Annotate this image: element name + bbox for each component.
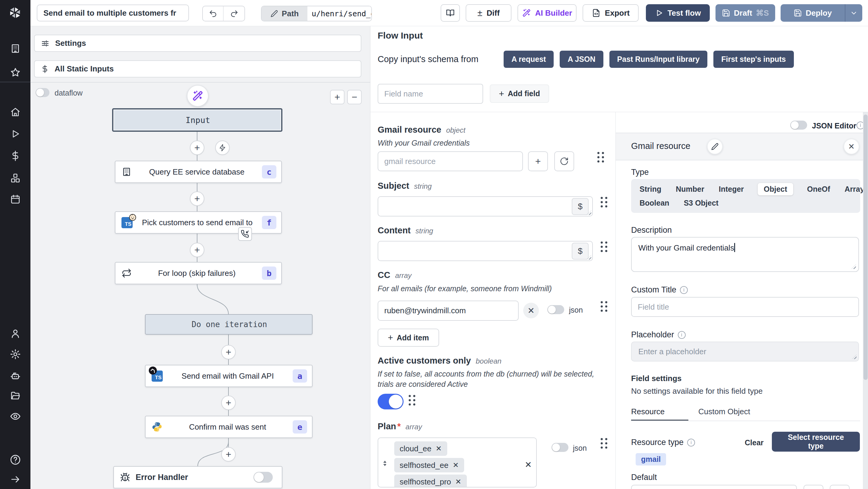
gmail-resource-input[interactable]	[378, 151, 523, 171]
type-option-array[interactable]: Array	[844, 183, 865, 195]
remove-item-button[interactable]: ✕	[523, 303, 539, 318]
flow-node-forloop[interactable]: For loop (skip failures) b	[115, 262, 282, 284]
scrollbar-thumb[interactable]	[864, 115, 868, 380]
flow-node-send-email[interactable]: TS Send email with Gmail API a	[145, 365, 313, 387]
type-option-s3object[interactable]: S3 Object	[683, 197, 719, 209]
type-option-object-selected[interactable]: Object	[758, 183, 793, 195]
settings-gear-icon[interactable]	[10, 348, 21, 360]
add-step-button[interactable]: +	[190, 141, 204, 155]
add-item-button[interactable]: + Add item	[378, 329, 439, 347]
json-editor-toggle[interactable]	[790, 121, 807, 130]
active-customers-toggle[interactable]	[378, 394, 404, 409]
tab-custom-object[interactable]: Custom Object	[698, 407, 750, 416]
flow-node-input[interactable]: Input	[112, 108, 282, 132]
plan-multiselect[interactable]: cloud_ee✕ selfhosted_ee✕ ✕ selfhosted_pr…	[378, 437, 537, 488]
add-resource-button[interactable]: +	[528, 151, 548, 171]
insert-variable-button[interactable]: $	[572, 198, 589, 215]
test-flow-button[interactable]: Test flow	[646, 4, 710, 22]
workers-robot-icon[interactable]	[10, 370, 21, 381]
runs-play-icon[interactable]	[10, 128, 21, 140]
remove-tag-icon[interactable]: ✕	[453, 461, 459, 469]
add-default-button[interactable]: +	[804, 485, 824, 489]
flow-node-iteration[interactable]: Do one iteration	[145, 314, 313, 335]
copy-from-json-button[interactable]: A JSON	[560, 51, 603, 68]
folders-icon[interactable]	[10, 390, 21, 401]
resources-boxes-icon[interactable]	[10, 173, 21, 184]
ai-builder-button[interactable]: AI Builder	[518, 4, 577, 22]
custom-title-input[interactable]	[631, 297, 859, 317]
cc-json-toggle[interactable]	[547, 305, 564, 314]
phone-incoming-badge[interactable]	[238, 227, 252, 241]
flow-node-query[interactable]: Query EE service database c	[115, 161, 282, 183]
remove-tag-icon[interactable]: ✕	[436, 445, 442, 453]
plan-json-toggle[interactable]	[552, 443, 568, 452]
drag-handle[interactable]	[601, 242, 607, 252]
type-option-number[interactable]: Number	[675, 183, 705, 195]
clear-button[interactable]: Clear	[745, 438, 764, 447]
add-step-button[interactable]: +	[190, 243, 204, 257]
deploy-button[interactable]: Deploy	[781, 8, 845, 18]
redo-button[interactable]	[224, 6, 244, 21]
add-step-button[interactable]: +	[190, 191, 204, 206]
drag-handle[interactable]	[601, 197, 607, 207]
drag-handle[interactable]	[409, 395, 415, 405]
path-value-input[interactable]: u/henri/send_em	[307, 6, 371, 21]
trigger-lightning-button[interactable]	[215, 141, 230, 155]
tab-resource[interactable]: Resource	[631, 407, 664, 416]
flow-node-confirm[interactable]: Confirm mail was sent e	[145, 416, 313, 438]
help-icon[interactable]	[10, 454, 21, 465]
type-option-integer[interactable]: Integer	[718, 183, 744, 195]
drag-handle[interactable]	[601, 438, 607, 449]
clear-all-tags-icon[interactable]: ✕	[525, 460, 532, 470]
type-option-oneof[interactable]: OneOf	[807, 183, 831, 195]
add-step-button[interactable]: +	[221, 345, 236, 359]
deploy-dropdown-button[interactable]	[845, 4, 862, 22]
type-option-boolean[interactable]: Boolean	[639, 197, 670, 209]
placeholder-textarea[interactable]: Enter a placeholder	[631, 342, 859, 362]
scrollbar[interactable]	[863, 112, 868, 489]
error-handler-toggle[interactable]	[253, 472, 273, 483]
docs-book-button[interactable]	[441, 4, 460, 22]
copy-from-past-runs-button[interactable]: Past Runs/Input library	[610, 51, 708, 68]
info-icon[interactable]: i	[687, 439, 695, 447]
audit-logs-eye-icon[interactable]	[10, 410, 21, 422]
workspace-icon[interactable]	[10, 43, 21, 54]
schedules-calendar-icon[interactable]	[10, 193, 21, 205]
flow-node-error-handler[interactable]: Error Handler	[113, 466, 282, 488]
cc-item-input[interactable]	[378, 301, 519, 321]
add-step-button[interactable]: +	[221, 447, 236, 462]
refresh-resource-button[interactable]	[554, 151, 574, 171]
subject-textarea[interactable]	[378, 196, 593, 216]
drag-handle[interactable]	[597, 152, 604, 162]
insert-variable-button[interactable]: $	[572, 243, 589, 259]
export-button[interactable]: Export	[583, 4, 639, 22]
close-panel-button[interactable]: ✕	[844, 139, 859, 154]
type-option-string[interactable]: String	[639, 183, 662, 195]
select-resource-type-button[interactable]: Select resource type	[772, 432, 860, 452]
copy-from-first-step-button[interactable]: First step's inputs	[713, 51, 794, 68]
add-step-button[interactable]: +	[221, 396, 236, 410]
description-textarea[interactable]: With your Gmail credentials	[631, 237, 859, 272]
info-icon[interactable]: i	[678, 331, 686, 339]
undo-button[interactable]	[203, 6, 224, 21]
favorites-star-icon[interactable]	[10, 67, 21, 79]
copy-from-request-button[interactable]: A request	[504, 51, 554, 68]
content-textarea[interactable]	[378, 241, 593, 261]
field-name-input[interactable]	[378, 84, 483, 104]
collapse-arrow-icon[interactable]	[10, 473, 21, 485]
flow-node-pick-customers[interactable]: TS Pick customers to send email to f	[115, 211, 282, 234]
variables-dollar-icon[interactable]	[10, 150, 21, 161]
tag-text-input[interactable]	[483, 472, 523, 488]
flow-title-input[interactable]	[37, 4, 189, 22]
refresh-default-button[interactable]	[830, 485, 849, 489]
drag-handle[interactable]	[601, 301, 607, 312]
add-field-button[interactable]: + Add field	[490, 84, 549, 103]
remove-tag-icon[interactable]: ✕	[456, 478, 461, 486]
info-icon[interactable]: i	[680, 286, 688, 294]
draft-button[interactable]: Draft ⌘S	[715, 4, 775, 22]
default-value-input[interactable]	[631, 485, 797, 489]
users-person-icon[interactable]	[10, 328, 21, 339]
edit-title-button[interactable]	[707, 139, 723, 154]
sort-handle-icon[interactable]	[381, 460, 389, 467]
edit-path-button[interactable]: Path	[261, 6, 307, 21]
